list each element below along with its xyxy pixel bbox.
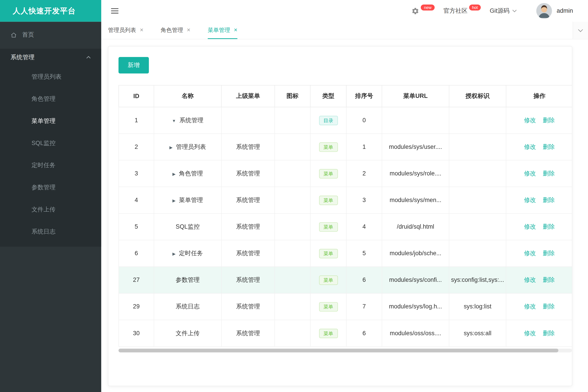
home-icon: [11, 32, 17, 38]
edit-link[interactable]: 修改: [524, 223, 536, 230]
cell-order: 5: [346, 240, 382, 266]
brand-title: 人人快速开发平台: [13, 6, 76, 16]
sidebar-item-system-log[interactable]: 系统日志: [0, 221, 101, 243]
edit-link[interactable]: 修改: [524, 144, 536, 150]
column-header-actions: 操作: [506, 85, 572, 107]
tabs-dropdown-button[interactable]: [572, 22, 588, 39]
cell-perms: [449, 107, 506, 134]
cell-perms: [449, 214, 506, 240]
delete-link[interactable]: 删除: [543, 170, 555, 176]
tree-expand-icon[interactable]: ▶: [172, 252, 176, 256]
edit-link[interactable]: 修改: [524, 303, 536, 310]
cell-name: 参数管理: [154, 266, 222, 293]
cell-actions: 修改删除: [506, 293, 572, 320]
edit-link[interactable]: 修改: [524, 276, 536, 283]
edit-link[interactable]: 修改: [524, 197, 536, 203]
column-header-perms: 授权标识: [449, 85, 506, 107]
settings-button[interactable]: new: [412, 7, 435, 15]
sidebar-group-toggle[interactable]: 系统管理: [0, 49, 101, 66]
cell-parent: 系统管理: [221, 240, 275, 266]
cell-name: ▶菜单管理: [154, 187, 222, 214]
cell-actions: 修改删除: [506, 240, 572, 266]
sidebar-item-sql-monitor[interactable]: SQL监控: [0, 132, 101, 154]
cell-perms: sys:oss:all: [449, 320, 506, 347]
edit-link[interactable]: 修改: [524, 170, 536, 176]
header-right: new 官方社区 hot Git源码: [412, 3, 588, 18]
tree-expand-icon[interactable]: ▶: [172, 172, 176, 176]
delete-link[interactable]: 删除: [543, 303, 555, 310]
cell-order: 3: [346, 187, 382, 214]
sidebar-item-file-upload[interactable]: 文件上传: [0, 199, 101, 221]
sidebar-item-menu[interactable]: 菜单管理: [0, 110, 101, 132]
table-row[interactable]: 4▶菜单管理系统管理菜单3modules/sys/men...修改删除: [119, 187, 572, 214]
tree-expand-icon[interactable]: ▶: [170, 145, 173, 149]
sidebar-item-config[interactable]: 参数管理: [0, 176, 101, 199]
sidebar-item-admin-list[interactable]: 管理员列表: [0, 66, 101, 88]
community-link[interactable]: 官方社区 hot: [444, 7, 481, 15]
cell-name: ▶定时任务: [154, 240, 222, 266]
menu-name: 菜单管理: [179, 197, 203, 203]
add-button[interactable]: 新增: [119, 57, 149, 74]
cell-order: 6: [346, 266, 382, 293]
delete-link[interactable]: 删除: [543, 276, 555, 283]
table-row[interactable]: 27参数管理系统管理菜单6modules/sys/confi...sys:con…: [119, 266, 572, 293]
cell-actions: 修改删除: [506, 107, 572, 134]
type-tag: 菜单: [319, 142, 338, 152]
cell-name: ▶角色管理: [154, 160, 222, 187]
body-layout: 首页 系统管理 管理员列表 角色管理 菜单管理 SQL监控 定时任务 参数管理 …: [0, 22, 588, 392]
cell-url: modules/sys/role....: [382, 160, 449, 187]
cell-parent: 系统管理: [221, 214, 275, 240]
table-row[interactable]: 2▶管理员列表系统管理菜单1modules/sys/user....修改删除: [119, 134, 572, 160]
table-row[interactable]: 30文件上传系统管理菜单6modules/oss/oss....sys:oss:…: [119, 320, 572, 347]
table-row[interactable]: 6▶定时任务系统管理菜单5modules/job/sche...修改删除: [119, 240, 572, 266]
cell-url: /druid/sql.html: [382, 214, 449, 240]
git-source-link[interactable]: Git源码: [490, 7, 517, 15]
avatar-image: [536, 3, 552, 18]
cell-perms: sys:config:list,sys:...: [449, 266, 506, 293]
top-header: 人人快速开发平台 new 官方社区 hot Git源码: [0, 0, 588, 22]
cell-icon: [275, 107, 310, 134]
edit-link[interactable]: 修改: [524, 117, 536, 123]
sidebar-item-home[interactable]: 首页: [0, 26, 101, 43]
cell-name: ▶管理员列表: [154, 134, 222, 160]
delete-link[interactable]: 删除: [543, 144, 555, 150]
close-icon[interactable]: ×: [234, 27, 237, 33]
chevron-up-icon: [86, 56, 91, 59]
delete-link[interactable]: 删除: [543, 117, 555, 123]
delete-link[interactable]: 删除: [543, 250, 555, 256]
tree-collapse-icon[interactable]: ▼: [172, 118, 176, 123]
cell-type: 菜单: [310, 134, 346, 160]
delete-link[interactable]: 删除: [543, 223, 555, 230]
cell-url: modules/job/sche...: [382, 240, 449, 266]
edit-link[interactable]: 修改: [524, 330, 536, 336]
table-row[interactable]: 5SQL监控系统管理菜单4/druid/sql.html修改删除: [119, 214, 572, 240]
scrollbar-thumb[interactable]: [119, 349, 558, 352]
sidebar-item-role[interactable]: 角色管理: [0, 88, 101, 110]
delete-link[interactable]: 删除: [543, 330, 555, 336]
cell-perms: [449, 187, 506, 214]
sidebar-toggle-icon[interactable]: [111, 8, 119, 14]
table-row[interactable]: 29系统日志系统管理菜单7modules/sys/log.h...sys:log…: [119, 293, 572, 320]
cell-id: 3: [119, 160, 154, 187]
table-row[interactable]: 3▶角色管理系统管理菜单2modules/sys/role....修改删除: [119, 160, 572, 187]
tab-admin-list[interactable]: 管理员列表 ×: [108, 22, 143, 39]
delete-link[interactable]: 删除: [543, 197, 555, 203]
tab-role[interactable]: 角色管理 ×: [161, 22, 190, 39]
edit-link[interactable]: 修改: [524, 250, 536, 256]
type-tag: 菜单: [319, 302, 338, 311]
sidebar-item-scheduled-jobs[interactable]: 定时任务: [0, 154, 101, 176]
chevron-down-icon: [512, 10, 517, 12]
gear-icon: [412, 7, 419, 15]
avatar[interactable]: [536, 3, 552, 18]
column-header-url: 菜单URL: [382, 85, 449, 107]
tree-expand-icon[interactable]: ▶: [172, 198, 176, 202]
cell-order: 2: [346, 160, 382, 187]
cell-name: ▼系统管理: [154, 107, 222, 134]
tab-menu[interactable]: 菜单管理 ×: [208, 22, 237, 39]
type-tag: 菜单: [319, 222, 338, 232]
table-row[interactable]: 1▼系统管理目录0修改删除: [119, 107, 572, 134]
cell-actions: 修改删除: [506, 160, 572, 187]
cell-parent: 系统管理: [221, 187, 275, 214]
close-icon[interactable]: ×: [187, 27, 191, 33]
close-icon[interactable]: ×: [140, 27, 144, 33]
